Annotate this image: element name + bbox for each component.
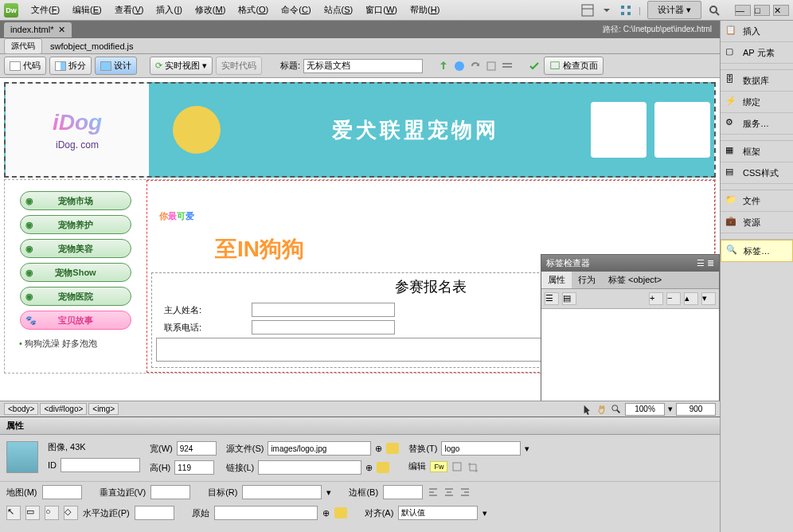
add-icon[interactable]: +	[649, 292, 663, 305]
down-icon[interactable]: ▾	[701, 292, 716, 305]
designer-dropdown[interactable]: 设计器 ▾	[647, 1, 701, 19]
vspace-input[interactable]	[150, 485, 190, 499]
crosshair-icon[interactable]: ⊕	[322, 508, 330, 518]
poly-hotspot-icon[interactable]: ◇	[64, 506, 78, 520]
js-file-tab[interactable]: swfobject_modified.js	[45, 40, 139, 53]
zoom-dropdown-icon[interactable]: ▾	[668, 404, 673, 414]
nav-button-0[interactable]: 宠物市场	[20, 191, 131, 210]
behaviors-tab[interactable]: 行为	[572, 272, 602, 288]
globe-icon[interactable]	[453, 60, 466, 72]
map-input[interactable]	[42, 485, 82, 499]
crosshair-icon[interactable]: ⊕	[375, 444, 382, 454]
menu-o[interactable]: 格式(O)	[232, 2, 275, 17]
search-icon[interactable]	[708, 4, 721, 17]
src-input[interactable]	[268, 441, 371, 456]
crop-icon[interactable]	[467, 461, 478, 472]
options-icon[interactable]	[501, 60, 514, 72]
circle-hotspot-icon[interactable]: ○	[45, 506, 59, 520]
nav-button-4[interactable]: 宠物医院	[20, 287, 131, 306]
phone-input[interactable]	[252, 320, 395, 334]
menu-c[interactable]: 命令(C)	[275, 2, 317, 17]
panel-btn-7[interactable]: 📁文件	[721, 190, 793, 212]
menu-f[interactable]: 文件(F)	[25, 2, 66, 17]
hspace-input[interactable]	[135, 506, 174, 520]
design-canvas[interactable]: iDog iDog. com 爱犬联盟宠物网 宠物市场宠物养护宠物美容宠物Sho…	[0, 78, 720, 401]
align-input[interactable]	[398, 506, 478, 520]
menu-i[interactable]: 插入(I)	[150, 2, 188, 17]
pointer-tool-icon[interactable]	[582, 404, 593, 415]
nav-button-1[interactable]: 宠物养护	[20, 215, 131, 234]
align-right-icon[interactable]	[459, 487, 471, 498]
target-input[interactable]	[242, 485, 322, 499]
code-view-button[interactable]: 代码	[4, 57, 46, 75]
tag-inspector-body[interactable]	[541, 309, 719, 401]
border-input[interactable]	[383, 485, 423, 499]
rect-hotspot-icon[interactable]: ▭	[25, 506, 40, 520]
orig-input[interactable]	[214, 506, 318, 520]
breadcrumb-2[interactable]: <img>	[88, 403, 119, 415]
tool-icon[interactable]	[485, 60, 498, 72]
fw-edit-icon[interactable]: Fw	[430, 461, 447, 472]
dropdown-icon[interactable]	[600, 4, 613, 17]
edit-tool-icon[interactable]	[451, 461, 463, 472]
live-code-button[interactable]: 实时代码	[216, 57, 262, 75]
alt-input[interactable]	[441, 441, 521, 456]
grid-icon[interactable]	[619, 4, 632, 17]
hand-tool-icon[interactable]	[596, 404, 607, 415]
refresh-icon[interactable]	[469, 60, 482, 72]
nav-button-2[interactable]: 宠物美容	[20, 239, 131, 258]
breadcrumb-0[interactable]: <body>	[4, 403, 38, 415]
live-view-button[interactable]: ⟳实时视图▾	[150, 57, 213, 75]
zoom-icon[interactable]	[611, 404, 622, 415]
category-view-icon[interactable]: ▤	[562, 292, 576, 305]
up-icon[interactable]: ▴	[684, 292, 698, 305]
panel-btn-9[interactable]: 🔍标签…	[721, 240, 793, 262]
validate-icon[interactable]	[528, 60, 541, 72]
close-button[interactable]: ✕	[773, 5, 789, 16]
source-code-tab[interactable]: 源代码	[4, 38, 42, 54]
breadcrumb-1[interactable]: <div#logo>	[40, 403, 87, 415]
attributes-tab[interactable]: 属性	[541, 272, 572, 288]
tag-inspector-header[interactable]: 标签检查器 ☰ ≣	[541, 255, 719, 272]
menu-s[interactable]: 站点(S)	[318, 2, 360, 17]
target-dropdown-icon[interactable]: ▾	[326, 487, 331, 498]
owner-input[interactable]	[252, 303, 395, 317]
menu-v[interactable]: 查看(V)	[108, 2, 150, 17]
nav-button-3[interactable]: 宠物Show	[20, 263, 131, 282]
panel-btn-0[interactable]: 📋插入	[721, 21, 793, 42]
panel-btn-2[interactable]: 🗄数据库	[721, 70, 793, 92]
maximize-button[interactable]: □	[754, 5, 770, 16]
properties-header[interactable]: 属性	[0, 417, 720, 435]
height-input[interactable]	[174, 460, 214, 475]
sidebar-link[interactable]: 狗狗洗澡 好多泡泡	[11, 334, 140, 353]
panel-btn-1[interactable]: ▢AP 元素	[721, 42, 793, 64]
upload-icon[interactable]	[437, 60, 450, 72]
document-tab[interactable]: index.html* ✕	[4, 22, 72, 37]
menu-h[interactable]: 帮助(H)	[404, 2, 446, 17]
link-input[interactable]	[258, 460, 361, 475]
browse-orig-icon[interactable]	[334, 507, 347, 518]
align-center-icon[interactable]	[443, 487, 455, 498]
panel-btn-6[interactable]: ▤CSS样式	[721, 162, 793, 184]
list-view-icon[interactable]: ☰	[545, 292, 559, 305]
split-view-button[interactable]: 拆分	[49, 57, 92, 75]
alt-dropdown-icon[interactable]: ▾	[525, 444, 529, 454]
crosshair-icon[interactable]: ⊕	[365, 463, 373, 473]
width-input[interactable]	[177, 441, 217, 456]
panel-btn-4[interactable]: ⚙服务…	[721, 113, 793, 135]
pointer-icon[interactable]: ↖	[6, 506, 21, 520]
align-left-icon[interactable]	[428, 487, 439, 498]
minimize-button[interactable]: —	[735, 5, 751, 16]
width-display[interactable]	[676, 403, 716, 416]
panel-btn-5[interactable]: ▦框架	[721, 141, 793, 162]
menu-w[interactable]: 窗口(W)	[359, 2, 404, 17]
align-dropdown-icon[interactable]: ▾	[482, 508, 487, 518]
nav-story-button[interactable]: 宝贝故事	[20, 311, 131, 330]
browse-src-icon[interactable]	[386, 443, 399, 454]
design-view-button[interactable]: 设计	[95, 57, 137, 75]
panel-btn-3[interactable]: ⚡绑定	[721, 92, 793, 113]
menu-m[interactable]: 修改(M)	[189, 2, 232, 17]
inspect-button[interactable]: 检查页面	[544, 57, 604, 75]
menu-e[interactable]: 编辑(E)	[66, 2, 108, 17]
title-input[interactable]	[303, 59, 423, 73]
